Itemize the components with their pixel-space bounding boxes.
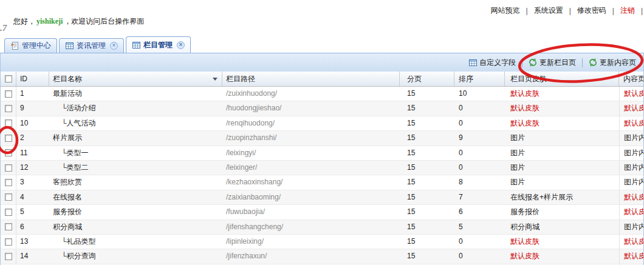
row-checkbox[interactable] <box>5 119 12 127</box>
tab-label: 栏目管理 <box>143 40 173 50</box>
row-checkbox[interactable] <box>5 105 12 112</box>
tab-close-icon[interactable]: × <box>110 42 118 50</box>
row-checkbox[interactable] <box>5 209 12 216</box>
toolbar: 自定义字段更新栏目页更新内容页 <box>1 53 643 72</box>
topbar-link[interactable]: 修改密码 <box>571 5 612 16</box>
row-checkbox[interactable] <box>5 164 12 172</box>
cell-name: 最新活动 <box>49 87 222 101</box>
cell-skin: 在线报名+样片展示 <box>505 190 619 204</box>
cell-order: 5 <box>454 220 505 234</box>
refresh-icon <box>529 58 537 67</box>
cell-order: 0 <box>454 146 505 160</box>
cell-pages: 15 <box>400 116 454 130</box>
cell-content-skin: 默认皮肤 <box>619 190 643 204</box>
cell-id: 10 <box>16 116 49 130</box>
tab-strip: 管理中心资讯管理×栏目管理× <box>0 36 644 53</box>
cell-id: 4 <box>16 190 49 204</box>
cell-order: 0 <box>454 249 505 263</box>
topbar-link[interactable]: 系统设置 <box>528 5 569 16</box>
tab-category-management[interactable]: 栏目管理× <box>126 36 191 53</box>
cell-path: /huodongjieshao/ <box>222 101 400 115</box>
toolbar-separator <box>522 58 522 67</box>
row-checkbox[interactable] <box>5 223 12 230</box>
cell-name: └礼品类型 <box>49 235 222 249</box>
greeting-prefix: 您好， <box>13 17 35 25</box>
column-header-pages[interactable]: 分页 <box>400 72 454 86</box>
toolbar-button-label: 更新内容页 <box>600 58 636 68</box>
row-checkbox[interactable] <box>5 149 12 156</box>
column-header-id[interactable]: ID <box>16 72 49 86</box>
greeting-suffix: ，欢迎访问后台操作界面 <box>64 17 144 25</box>
table-row: 13 └礼品类型 /lipinleixing/ 15 0 默认皮肤 默认皮肤 <box>1 235 643 249</box>
cell-pages: 15 <box>400 190 454 204</box>
cell-skin: 服务报价 <box>505 205 619 219</box>
column-header-skin[interactable]: 栏目页皮肤 <box>505 72 619 86</box>
row-checkbox-cell <box>1 175 16 189</box>
tab-close-icon[interactable]: × <box>177 41 185 49</box>
cell-content-skin: 图片内容页 <box>619 146 643 160</box>
cell-id: 9 <box>16 101 49 115</box>
cell-skin: 图片 <box>505 131 619 145</box>
cell-id: 2 <box>16 131 49 145</box>
cell-order: 6 <box>454 205 505 219</box>
topbar-link[interactable]: 网站预览 <box>485 5 526 16</box>
column-header-path[interactable]: 栏目路径 <box>222 72 400 86</box>
cell-path: /fuwubaojia/ <box>222 205 400 219</box>
cell-content-skin: 图片内容页 <box>619 161 643 175</box>
table-row: 4 在线报名 /zaixianbaoming/ 15 7 在线报名+样片展示 默… <box>1 190 643 205</box>
cell-skin: 图片 <box>505 146 619 160</box>
cell-name: └类型一 <box>49 146 222 160</box>
cell-id: 6 <box>16 220 49 234</box>
cell-pages: 15 <box>400 87 454 101</box>
cell-path: /kezhaoxinshang/ <box>222 175 400 189</box>
select-all-checkbox[interactable] <box>5 75 12 82</box>
version-fragment: .7 <box>0 23 7 33</box>
update-content-page-button[interactable]: 更新内容页 <box>584 58 640 68</box>
table-body: 1 最新活动 /zuixinhuodong/ 15 10 默认皮肤 默认皮肤 9… <box>1 87 643 265</box>
row-checkbox[interactable] <box>5 135 12 142</box>
toolbar-button-label: 更新栏目页 <box>540 58 576 68</box>
topbar: 网站预览|系统设置|修改密码|注销| <box>485 5 643 16</box>
cell-skin: 默认皮肤 <box>505 116 619 130</box>
tab-label: 资讯管理 <box>77 41 106 51</box>
grid-icon <box>65 42 74 50</box>
cell-pages: 15 <box>400 101 454 115</box>
cell-content-skin: 默认皮肤 <box>619 116 643 130</box>
update-category-page-button[interactable]: 更新栏目页 <box>524 58 580 68</box>
table-row: 11 └类型一 /leixingyi/ 15 0 图片 图片内容页 <box>1 146 643 161</box>
row-checkbox[interactable] <box>5 193 12 201</box>
row-checkbox[interactable] <box>5 238 12 246</box>
cell-id: 3 <box>16 175 49 189</box>
column-header-name[interactable]: 栏目名称 <box>49 72 222 86</box>
cell-pages: 15 <box>400 235 454 249</box>
cell-pages: 15 <box>400 220 454 234</box>
row-checkbox-cell <box>1 101 16 115</box>
custom-fields-button[interactable]: 自定义字段 <box>464 58 520 68</box>
column-menu-arrow-icon[interactable] <box>213 78 218 81</box>
row-checkbox-cell <box>1 190 16 204</box>
cell-content-skin: 默认皮肤 <box>619 249 643 263</box>
row-checkbox[interactable] <box>5 90 12 98</box>
row-checkbox-cell <box>1 249 16 263</box>
row-checkbox-cell <box>1 131 16 145</box>
cell-id: 1 <box>16 87 49 101</box>
column-header-content-skin[interactable]: 内容页皮肤 <box>619 72 643 86</box>
cell-path: /renqihuodong/ <box>222 116 400 130</box>
cell-order: 9 <box>454 131 505 145</box>
tab-news-management[interactable]: 资讯管理× <box>59 38 124 53</box>
cell-name: 在线报名 <box>49 190 222 204</box>
row-checkbox[interactable] <box>5 179 12 186</box>
column-header-order[interactable]: 排序 <box>454 72 505 86</box>
tab-management-center[interactable]: 管理中心 <box>4 38 57 53</box>
cell-order: 8 <box>454 175 505 189</box>
cell-order: 0 <box>454 116 505 130</box>
row-checkbox-cell <box>1 87 16 101</box>
table-header-row: ID 栏目名称 栏目路径 分页 排序 栏目页皮肤 内容页皮肤 <box>1 72 643 87</box>
cell-skin: 默认皮肤 <box>505 101 619 115</box>
doc-icon <box>10 42 19 50</box>
row-checkbox-cell <box>1 220 16 234</box>
topbar-link[interactable]: 注销 <box>614 5 641 16</box>
username: yishikeji <box>35 17 64 25</box>
table-row: 9 └活动介绍 /huodongjieshao/ 15 0 默认皮肤 默认皮肤 <box>1 101 643 116</box>
row-checkbox[interactable] <box>5 253 12 260</box>
